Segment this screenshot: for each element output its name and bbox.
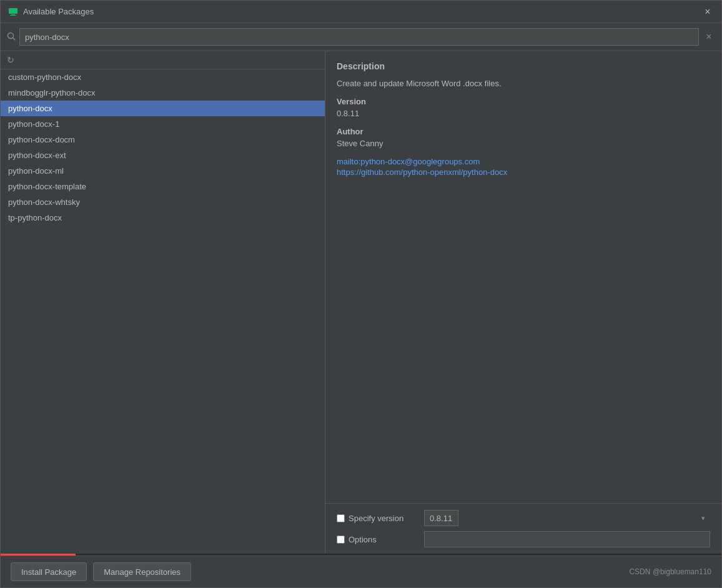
- package-item[interactable]: python-docx: [1, 101, 325, 116]
- install-package-button[interactable]: Install Package: [11, 562, 87, 581]
- manage-repositories-button[interactable]: Manage Repositories: [93, 562, 191, 581]
- package-item[interactable]: python-docx-1: [1, 116, 325, 132]
- svg-line-4: [13, 37, 16, 40]
- refresh-icon[interactable]: ↻: [7, 55, 14, 65]
- specify-version-row: Specify version 0.8.110.8.100.8.90.8.6: [337, 510, 710, 526]
- options-row: Options: [337, 531, 710, 547]
- version-label: Version: [337, 97, 710, 106]
- refresh-row: ↻: [1, 51, 325, 69]
- available-packages-dialog: Available Packages × × ↻ custom-python-d…: [0, 0, 722, 588]
- main-content: ↻ custom-python-docxmindbogglr-python-do…: [1, 51, 721, 554]
- description-text: Create and update Microsoft Word .docx f…: [337, 79, 710, 88]
- search-icon: [7, 32, 16, 42]
- search-clear-button[interactable]: ×: [703, 31, 715, 43]
- version-value: 0.8.11: [337, 109, 710, 118]
- title-bar-left: Available Packages: [8, 7, 94, 17]
- app-icon: [8, 7, 18, 17]
- package-item[interactable]: python-docx-whtsky: [1, 194, 325, 210]
- options-checkbox[interactable]: [337, 536, 345, 544]
- author-label: Author: [337, 127, 710, 136]
- package-item[interactable]: python-docx-ext: [1, 147, 325, 163]
- svg-rect-2: [10, 15, 16, 16]
- package-list-panel: ↻ custom-python-docxmindbogglr-python-do…: [1, 51, 325, 554]
- options-label[interactable]: Options: [337, 535, 418, 544]
- detail-panel: Description Create and update Microsoft …: [325, 51, 721, 554]
- bottom-options: Specify version 0.8.110.8.100.8.90.8.6 O…: [325, 503, 721, 554]
- close-button[interactable]: ×: [701, 6, 714, 18]
- specify-version-label[interactable]: Specify version: [337, 514, 418, 523]
- version-select[interactable]: 0.8.110.8.100.8.90.8.6: [424, 510, 458, 526]
- footer: Install Package Manage Repositories CSDN…: [1, 556, 721, 587]
- package-item[interactable]: tp-python-docx: [1, 210, 325, 226]
- specify-version-text: Specify version: [349, 514, 403, 523]
- options-text-input[interactable]: [424, 531, 710, 547]
- title-bar: Available Packages ×: [1, 1, 721, 23]
- description-section: Description Create and update Microsoft …: [325, 51, 721, 503]
- author-value: Steve Canny: [337, 139, 710, 148]
- footer-buttons: Install Package Manage Repositories: [11, 562, 191, 581]
- package-item[interactable]: python-docx-docm: [1, 132, 325, 147]
- svg-rect-0: [9, 8, 17, 14]
- package-item[interactable]: python-docx-template: [1, 179, 325, 194]
- mailto-link[interactable]: mailto:python-docx@googlegroups.com: [337, 157, 710, 166]
- watermark: CSDN @bigblueman110: [629, 567, 711, 576]
- package-item[interactable]: custom-python-docx: [1, 69, 325, 85]
- github-link[interactable]: https://github.com/python-openxml/python…: [337, 167, 710, 177]
- package-list: custom-python-docxmindbogglr-python-docx…: [1, 69, 325, 554]
- package-item[interactable]: python-docx-ml: [1, 163, 325, 179]
- specify-version-checkbox[interactable]: [337, 514, 345, 522]
- description-section-title: Description: [337, 61, 710, 71]
- dialog-title: Available Packages: [23, 7, 94, 16]
- search-bar: ×: [1, 23, 721, 51]
- package-item[interactable]: mindbogglr-python-docx: [1, 85, 325, 101]
- search-input[interactable]: [19, 28, 699, 46]
- version-select-wrap: 0.8.110.8.100.8.90.8.6: [424, 510, 710, 526]
- options-text: Options: [349, 535, 377, 544]
